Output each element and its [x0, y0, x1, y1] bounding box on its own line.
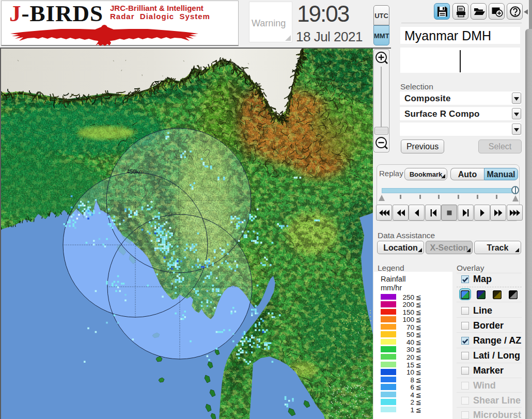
svg-text:450km: 450km	[127, 168, 144, 175]
